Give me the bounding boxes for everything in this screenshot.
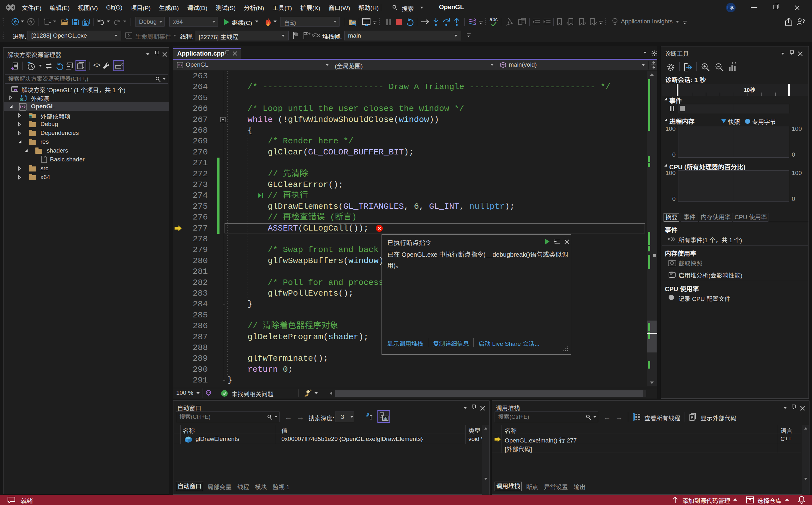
svg-text:ab: ab: [383, 417, 387, 420]
